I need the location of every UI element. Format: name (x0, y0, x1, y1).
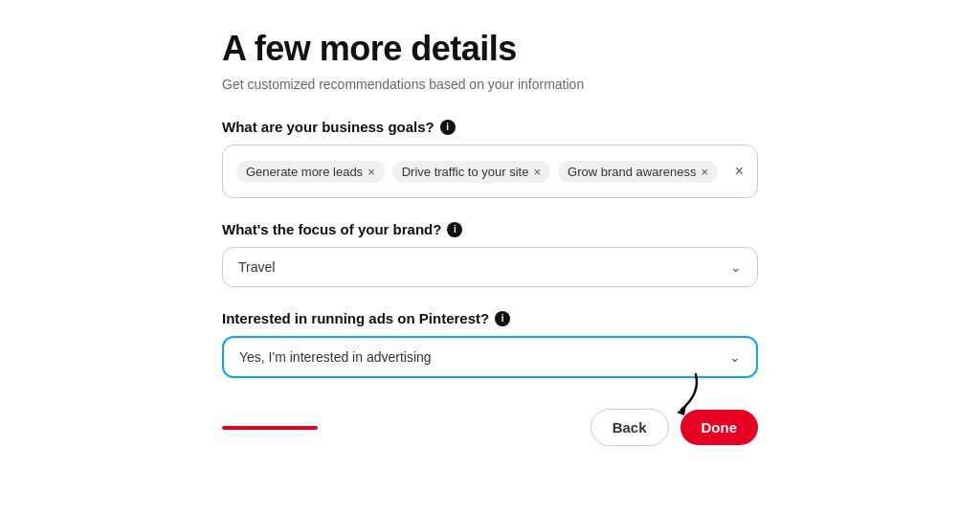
progress-bar (222, 426, 318, 430)
business-goals-info-icon[interactable]: i (440, 120, 456, 135)
tag-drive-traffic-close[interactable]: × (533, 166, 541, 178)
tag-generate-leads-close[interactable]: × (368, 166, 375, 178)
page-title: A few more details (222, 29, 758, 69)
svg-marker-0 (677, 406, 686, 415)
brand-focus-section: What's the focus of your brand? i Travel… (222, 221, 758, 287)
tag-generate-leads: Generate more leads × (236, 161, 385, 183)
ads-interest-selected: Yes, I'm interested in advertising (239, 349, 432, 365)
tags-clear-button[interactable]: × (735, 163, 744, 180)
tag-drive-traffic: Drive traffic to your site × (392, 161, 550, 183)
brand-focus-label: What's the focus of your brand? i (222, 221, 758, 237)
arrow-icon (648, 369, 705, 417)
ads-interest-section: Interested in running ads on Pinterest? … (222, 310, 758, 378)
tag-brand-awareness-close[interactable]: × (701, 166, 708, 178)
brand-focus-dropdown[interactable]: Travel ⌄ (222, 247, 758, 287)
tag-brand-awareness-text: Grow brand awareness (568, 165, 696, 179)
brand-focus-selected: Travel (238, 259, 275, 275)
business-goals-label: What are your business goals? i (222, 119, 758, 135)
main-container: A few more details Get customized recomm… (222, 29, 758, 446)
brand-focus-info-icon[interactable]: i (447, 222, 462, 237)
brand-focus-chevron-icon: ⌄ (730, 259, 742, 275)
ads-interest-info-icon[interactable]: i (495, 311, 510, 326)
business-goals-tags-box: Generate more leads × Drive traffic to y… (222, 145, 758, 198)
tag-drive-traffic-text: Drive traffic to your site (402, 165, 529, 179)
tag-brand-awareness: Grow brand awareness × (558, 161, 718, 183)
tag-generate-leads-text: Generate more leads (246, 165, 363, 179)
ads-interest-label: Interested in running ads on Pinterest? … (222, 310, 758, 326)
footer-buttons: Back Done (590, 409, 758, 446)
footer: Back Done (222, 409, 758, 446)
page-subtitle: Get customized recommendations based on … (222, 77, 758, 92)
ads-interest-chevron-icon: ⌄ (729, 349, 741, 365)
business-goals-section: What are your business goals? i Generate… (222, 119, 758, 198)
